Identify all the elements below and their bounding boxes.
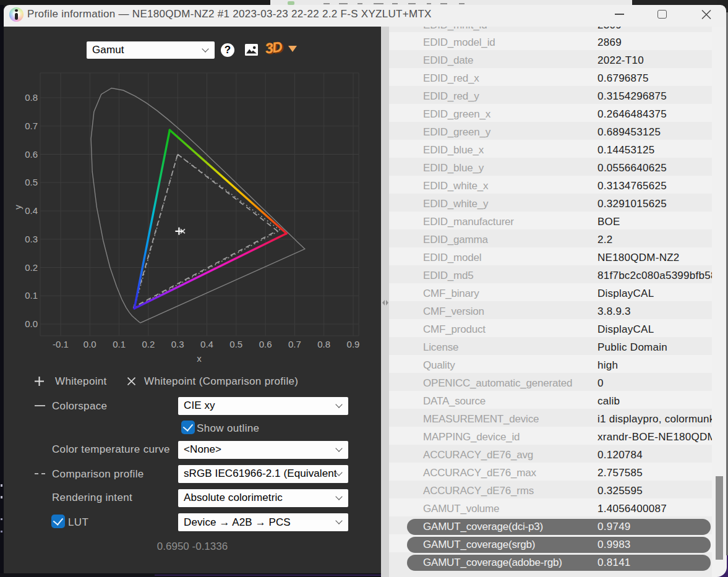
svg-text:0.1: 0.1	[25, 290, 38, 301]
svg-text:0.4: 0.4	[200, 339, 213, 349]
svg-text:0.5: 0.5	[229, 339, 242, 349]
svg-text:0.1: 0.1	[113, 339, 126, 349]
svg-text:0.5: 0.5	[25, 177, 38, 187]
svg-text:0.8: 0.8	[25, 92, 38, 103]
svg-text:0.9: 0.9	[347, 339, 360, 349]
svg-text:0.3: 0.3	[171, 339, 184, 349]
svg-text:0.4: 0.4	[25, 205, 38, 216]
svg-text:0.8: 0.8	[317, 339, 330, 349]
svg-text:0.0: 0.0	[84, 339, 96, 349]
svg-text:-0.1: -0.1	[53, 339, 69, 349]
svg-text:x: x	[197, 353, 202, 364]
svg-text:0.0: 0.0	[25, 318, 38, 329]
svg-text:0.6: 0.6	[259, 339, 272, 349]
svg-text:0.7: 0.7	[288, 339, 301, 349]
svg-text:0.7: 0.7	[25, 121, 38, 131]
svg-text:0.2: 0.2	[25, 262, 38, 273]
svg-text:y: y	[12, 205, 23, 210]
svg-text:0.2: 0.2	[142, 339, 155, 349]
svg-text:0.6: 0.6	[25, 149, 38, 160]
svg-text:0.3: 0.3	[25, 234, 38, 244]
